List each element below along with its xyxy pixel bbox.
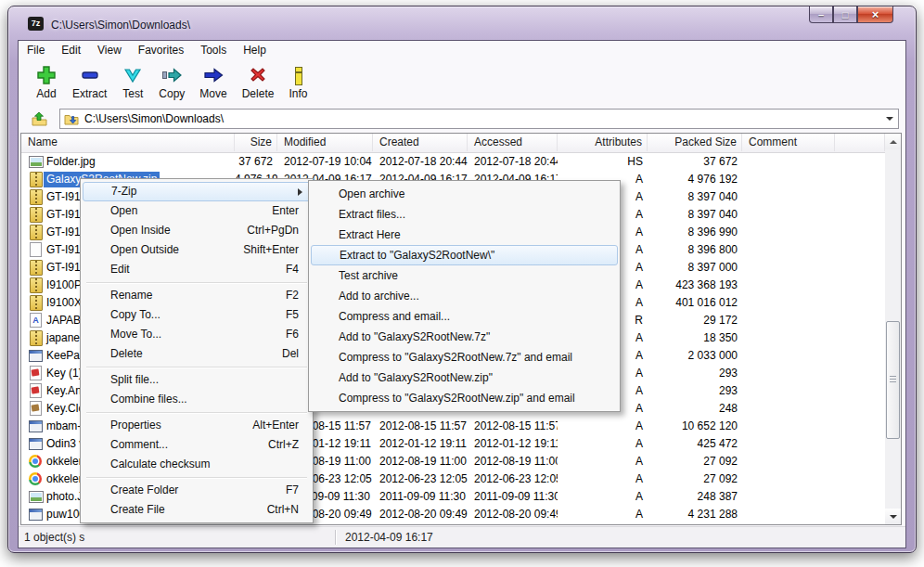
info-icon <box>294 64 302 86</box>
cell-comment <box>742 259 835 277</box>
menu-item-delete[interactable]: DeleteDel <box>83 344 311 364</box>
address-combobox[interactable]: C:\Users\Simon\Downloads\ <box>59 109 899 129</box>
menu-item-rename[interactable]: RenameF2 <box>83 286 311 305</box>
column-header-name[interactable]: Name <box>21 134 235 151</box>
menu-shortcut: Del <box>282 344 299 364</box>
scroll-down-button[interactable] <box>885 509 901 524</box>
cell-created: 2012-06-23 12:05 <box>373 470 468 488</box>
address-dropdown-button[interactable] <box>881 117 898 121</box>
menu-item-extract-files[interactable]: Extract files... <box>311 204 618 225</box>
menu-item-comment[interactable]: Comment...Ctrl+Z <box>83 435 311 455</box>
menubar-item-file[interactable]: File <box>19 41 53 59</box>
menu-item-7-zip[interactable]: 7-Zip <box>83 182 311 201</box>
menu-item-edit[interactable]: EditF4 <box>83 260 311 279</box>
title-bar[interactable]: 7z C:\Users\Simon\Downloads\ – □ × <box>8 6 916 40</box>
minimize-button[interactable]: – <box>809 6 833 23</box>
menubar-item-tools[interactable]: Tools <box>192 41 235 59</box>
cell-comment <box>742 365 835 382</box>
toolbar-info-button[interactable]: Info <box>281 62 314 102</box>
toolbar-delete-button[interactable]: Delete <box>235 62 282 102</box>
menubar-item-help[interactable]: Help <box>235 41 275 59</box>
menu-item-compress-to-galaxys2rootnew-zip-and-email[interactable]: Compress to "GalaxyS2RootNew.zip" and em… <box>311 388 618 408</box>
menu-item-open-archive[interactable]: Open archive <box>311 184 618 204</box>
menu-item-label: Delete <box>110 347 143 360</box>
menu-item-label: Open <box>110 204 137 217</box>
menu-item-calculate-checksum[interactable]: Calculate checksum <box>83 455 311 474</box>
cell-packed_size: 8 396 990 <box>648 224 742 241</box>
cell-created: 2012-07-18 20:44 <box>373 153 468 171</box>
menu-item-compress-and-email[interactable]: Compress and email... <box>311 306 618 327</box>
menu-item-extract-to-galaxys2rootnew[interactable]: Extract to "GalaxyS2RootNew\" <box>311 245 618 265</box>
scroll-up-button[interactable] <box>885 134 901 149</box>
cell-comment <box>742 188 835 206</box>
menu-item-copy-to[interactable]: Copy To...F5 <box>83 305 311 325</box>
menu-item-label: Split file... <box>110 373 159 386</box>
menu-item-label: Compress to "GalaxyS2RootNew.7z" and ema… <box>339 351 572 364</box>
cell-comment <box>742 312 835 329</box>
column-header-created[interactable]: Created <box>373 134 468 151</box>
column-header-comment[interactable]: Comment <box>742 134 835 151</box>
cell-created: 2012-08-19 11:00 <box>373 453 468 470</box>
menu-item-properties[interactable]: PropertiesAlt+Enter <box>83 416 311 435</box>
toolbar-add-button[interactable]: Add <box>28 62 65 102</box>
menubar-item-view[interactable]: View <box>89 41 130 59</box>
menu-item-label: Move To... <box>110 328 161 341</box>
column-header-attributes[interactable]: Attributes <box>558 134 648 151</box>
menu-item-create-folder[interactable]: Create FolderF7 <box>83 481 311 500</box>
zip-archive-icon <box>29 277 44 292</box>
submenu-arrow-icon <box>298 188 302 196</box>
chrome-file-icon <box>29 454 44 469</box>
toolbar-move-button[interactable]: Move <box>192 62 234 102</box>
folder-up-button[interactable] <box>25 108 53 129</box>
menu-item-open-inside[interactable]: Open InsideCtrl+PgDn <box>83 221 311 240</box>
cell-comment <box>742 453 835 470</box>
close-button[interactable]: × <box>857 6 893 23</box>
menu-item-combine-files[interactable]: Combine files... <box>83 390 311 409</box>
cell-accessed: 2012-08-19 11:00 <box>468 453 558 470</box>
toolbar-test-button[interactable]: Test <box>114 62 151 102</box>
column-header-packed_size[interactable]: Packed Size <box>648 134 742 151</box>
menu-item-split-file[interactable]: Split file... <box>83 370 311 390</box>
window-title: C:\Users\Simon\Downloads\ <box>51 19 190 32</box>
column-header-size[interactable]: Size <box>235 134 277 151</box>
toolbar-button-label: Copy <box>159 87 185 100</box>
cell-comment <box>742 294 835 312</box>
menu-item-add-to-archive[interactable]: Add to archive... <box>311 286 618 306</box>
zip-archive-icon <box>29 330 44 345</box>
application-file-icon <box>29 348 44 363</box>
cell-packed_size: 248 <box>648 400 742 418</box>
cell-comment <box>742 171 835 188</box>
menubar-item-edit[interactable]: Edit <box>53 41 89 59</box>
menu-item-add-to-galaxys2rootnew-7z[interactable]: Add to "GalaxyS2RootNew.7z" <box>311 327 618 347</box>
menu-separator <box>83 409 311 416</box>
file-row-folder-jpg[interactable]: Folder.jpg37 6722012-07-19 10:042012-07-… <box>21 153 885 171</box>
column-header-filler[interactable] <box>835 134 885 151</box>
menu-item-add-to-galaxys2rootnew-zip[interactable]: Add to "GalaxyS2RootNew.zip" <box>311 367 618 388</box>
cell-comment <box>742 418 835 435</box>
menu-item-extract-here[interactable]: Extract Here <box>311 225 618 245</box>
column-header-accessed[interactable]: Accessed <box>468 134 558 151</box>
column-header-modified[interactable]: Modified <box>277 134 373 151</box>
maximize-button[interactable]: □ <box>833 6 857 23</box>
cell-packed_size: 293 <box>648 382 742 400</box>
vertical-scrollbar[interactable] <box>885 134 901 524</box>
menu-item-move-to[interactable]: Move To...F6 <box>83 325 311 344</box>
cell-created: 2012-08-20 09:49 <box>373 506 468 523</box>
cell-packed_size: 4 976 192 <box>648 171 742 188</box>
menu-separator <box>83 279 311 286</box>
menu-item-create-file[interactable]: Create FileCtrl+N <box>83 500 311 520</box>
menu-item-label: Compress to "GalaxyS2RootNew.zip" and em… <box>339 392 575 405</box>
file-name: mbam- <box>44 419 83 434</box>
menu-item-open-outside[interactable]: Open OutsideShift+Enter <box>83 240 311 260</box>
scrollbar-thumb[interactable] <box>886 321 900 439</box>
toolbar-copy-button[interactable]: Copy <box>151 62 192 102</box>
menubar-item-favorites[interactable]: Favorites <box>130 41 192 59</box>
menu-item-compress-to-galaxys2rootnew-7z-and-email[interactable]: Compress to "GalaxyS2RootNew.7z" and ema… <box>311 347 618 367</box>
toolbar-extract-button[interactable]: Extract <box>65 62 114 102</box>
context-menu: 7-ZipOpenEnterOpen InsideCtrl+PgDnOpen O… <box>80 178 314 523</box>
menu-item-open[interactable]: OpenEnter <box>83 201 311 221</box>
menu-item-test-archive[interactable]: Test archive <box>311 265 618 286</box>
document-file-icon <box>29 242 44 257</box>
cell-packed_size: 8 397 040 <box>648 206 742 224</box>
chrome-file-icon <box>29 471 44 486</box>
